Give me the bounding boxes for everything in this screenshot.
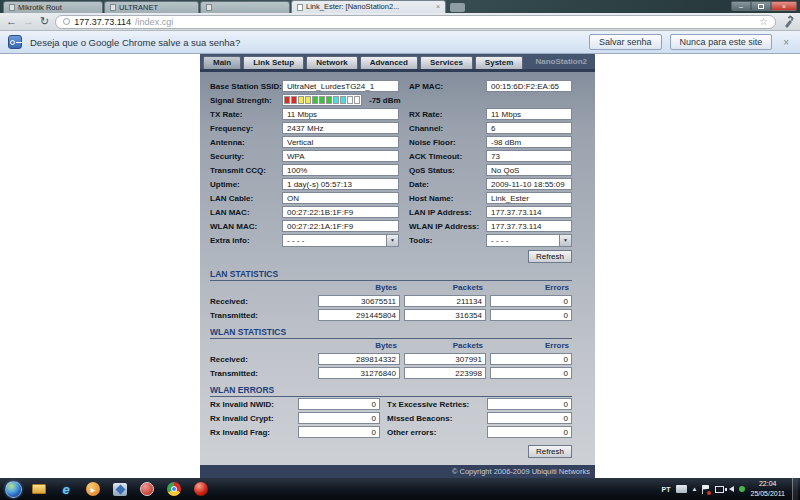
row-antenna-noise: Antenna: Vertical Noise Floor: -98 dBm	[210, 135, 572, 149]
show-desktop-button[interactable]	[792, 478, 798, 500]
wrench-menu-icon[interactable]	[782, 16, 794, 28]
chevron-down-icon[interactable]: ▼	[559, 235, 571, 246]
input-tx-rate: 11 Mbps	[282, 108, 399, 120]
tab-services[interactable]: Services	[420, 56, 473, 69]
close-button[interactable]: ×	[771, 1, 797, 11]
maximize-button[interactable]	[751, 1, 771, 11]
browser-tab-3[interactable]	[200, 1, 290, 13]
wlan-rx-errors: 0	[490, 353, 572, 365]
tab-advanced[interactable]: Advanced	[360, 56, 418, 69]
browser-tab-2[interactable]: ULTRANET	[104, 1, 199, 13]
wlan-tx-bytes: 31276840	[318, 367, 400, 379]
cube-icon	[113, 483, 127, 496]
column-header: Bytes	[318, 283, 400, 292]
tab-system[interactable]: System	[475, 56, 523, 69]
bookmark-star-icon[interactable]: ☆	[759, 17, 768, 27]
row-label: Received:	[210, 355, 314, 364]
tab-close-icon[interactable]: ×	[436, 1, 440, 13]
field-label: Security:	[210, 152, 282, 161]
browser-toolbar: ← → ↻ 177.37.73.114/index.cgi ☆	[0, 13, 800, 31]
internet-explorer-taskbar-icon[interactable]: e	[56, 480, 76, 498]
tab-link-setup[interactable]: Link Setup	[243, 56, 304, 69]
red-app-taskbar-icon[interactable]	[137, 480, 157, 498]
chrome-icon	[167, 482, 181, 496]
airos-tab-bar: Main Link Setup Network Advanced Service…	[200, 54, 595, 69]
maximize-icon	[758, 4, 764, 9]
folder-icon	[32, 484, 46, 494]
input-lan-cable: ON	[282, 192, 399, 204]
action-center-flag-icon[interactable]	[702, 485, 710, 494]
browser-window: Mikrotik Rout ULTRANET Link_Ester: [Nano…	[0, 0, 800, 478]
tray-expand-icon[interactable]: ▲	[692, 486, 698, 492]
never-save-button[interactable]: Nunca para este site	[670, 34, 773, 50]
address-bar[interactable]: 177.37.73.114/index.cgi ☆	[55, 15, 776, 29]
speaker-icon[interactable]	[729, 486, 734, 492]
chevron-down-icon[interactable]: ▼	[386, 235, 398, 246]
browser-tab-active[interactable]: Link_Ester: [NanoStation2... ×	[291, 0, 446, 13]
row-lanmac-lanip: LAN MAC: 00:27:22:1B:1F:F9 LAN IP Addres…	[210, 205, 572, 219]
row-label: Transmitted:	[210, 311, 314, 320]
refresh-button-top[interactable]: Refresh	[528, 250, 572, 263]
copyright-footer: © Copyright 2006-2009 Ubiquiti Networks	[200, 465, 595, 478]
field-label: LAN IP Address:	[399, 208, 486, 217]
window-tray-icon[interactable]	[715, 486, 724, 493]
field-label: Noise Floor:	[399, 138, 486, 147]
taskbar-clock[interactable]: 22:04 25/05/2011	[750, 479, 787, 499]
field-label: Missed Beacons:	[380, 414, 484, 423]
tab-main[interactable]: Main	[203, 56, 241, 69]
input-wlan-mac: 00:27:22:1A:1F:F9	[282, 220, 399, 232]
page-viewport: Main Link Setup Network Advanced Service…	[0, 54, 800, 478]
rx-invalid-frag: 0	[298, 426, 380, 438]
lan-statistics-headers: Bytes Packets Errors	[210, 281, 572, 294]
field-label: Antenna:	[210, 138, 282, 147]
status-form: Base Station SSID: UltraNet_LurdesTG24_1…	[200, 72, 595, 465]
input-qos-status: No QoS	[486, 164, 572, 176]
refresh-row-bottom: Refresh	[210, 445, 572, 458]
window-controls: – ×	[731, 1, 797, 11]
input-rx-rate: 11 Mbps	[486, 108, 572, 120]
tab-network[interactable]: Network	[306, 56, 358, 69]
signal-strength-value: -75 dBm	[369, 96, 401, 105]
tools-dropdown[interactable]: - - - - ▼	[486, 234, 572, 247]
other-errors: 0	[487, 426, 572, 438]
media-player-taskbar-icon[interactable]: ▶	[83, 480, 103, 498]
input-noise-floor: -98 dBm	[486, 136, 572, 148]
new-tab-button[interactable]	[450, 3, 465, 12]
input-host-name: Link_Ester	[486, 192, 572, 204]
row-extra-tools: Extra info: - - - - ▼ Tools: - - - - ▼	[210, 233, 572, 247]
signal-block-empty	[347, 96, 353, 104]
save-password-button[interactable]: Salvar senha	[589, 34, 662, 50]
extra-info-dropdown[interactable]: - - - - ▼	[282, 234, 399, 247]
forward-icon[interactable]: →	[23, 16, 34, 27]
browser-tab-strip: Mikrotik Rout ULTRANET Link_Ester: [Nano…	[0, 0, 800, 13]
wlan-rx-packets: 307991	[404, 353, 486, 365]
red-orb-taskbar-icon[interactable]	[191, 480, 211, 498]
infobar-close-icon[interactable]: ×	[780, 37, 792, 48]
errors-row-3: Rx Invalid Frag: 0 Other errors: 0	[210, 425, 572, 439]
virtualbox-taskbar-icon[interactable]	[110, 480, 130, 498]
lan-tx-errors: 0	[490, 309, 572, 321]
field-label: Rx Invalid Crypt:	[210, 414, 298, 423]
input-lan-ip: 177.37.73.114	[486, 206, 572, 218]
chrome-taskbar-icon[interactable]	[164, 480, 184, 498]
status-dot-icon[interactable]	[739, 486, 745, 492]
language-indicator[interactable]: PT	[662, 486, 671, 493]
minimize-button[interactable]: –	[731, 1, 751, 11]
keyboard-icon[interactable]	[676, 485, 687, 493]
back-icon[interactable]: ←	[6, 16, 17, 27]
reload-icon[interactable]: ↻	[40, 16, 49, 27]
browser-tab-1[interactable]: Mikrotik Rout	[3, 1, 103, 13]
start-button[interactable]	[5, 481, 22, 498]
page-favicon	[297, 4, 303, 11]
page-favicon	[9, 4, 15, 11]
refresh-button-bottom[interactable]: Refresh	[528, 445, 572, 458]
input-ap-mac: 00:15:6D:F2:EA:65	[486, 80, 572, 92]
field-label: Frequency:	[210, 124, 282, 133]
explorer-taskbar-icon[interactable]	[29, 480, 49, 498]
column-header: Packets	[404, 341, 486, 350]
wlan-tx-errors: 0	[490, 367, 572, 379]
field-label: Channel:	[399, 124, 486, 133]
signal-block-cyan	[333, 96, 339, 104]
system-tray: PT ▲ 22:04 25/05/2011	[662, 478, 798, 500]
infobar-message: Deseja que o Google Chrome salve a sua s…	[30, 37, 240, 48]
